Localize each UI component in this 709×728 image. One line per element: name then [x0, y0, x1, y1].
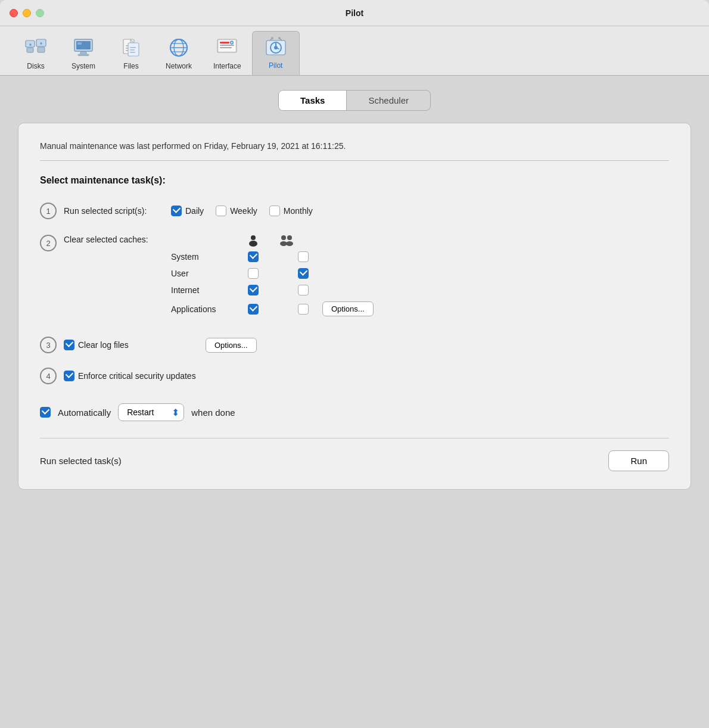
- files-icon: [119, 36, 143, 60]
- window-controls: [10, 9, 44, 17]
- interface-icon: [215, 36, 239, 60]
- apps-system-checkbox[interactable]: [248, 304, 259, 315]
- files-label: Files: [123, 62, 138, 70]
- main-content: Tasks Scheduler Manual maintenance was l…: [0, 76, 709, 728]
- logfiles-options-button[interactable]: Options...: [206, 338, 257, 353]
- svg-point-46: [287, 235, 292, 240]
- security-checkbox[interactable]: [64, 371, 74, 381]
- applications-cache-row: Applications Options...: [171, 301, 669, 316]
- toolbar-item-interface[interactable]: Interface: [203, 32, 252, 75]
- svg-point-44: [281, 235, 286, 240]
- tab-group: Tasks Scheduler: [278, 90, 431, 111]
- monthly-checkbox[interactable]: [269, 206, 280, 216]
- step2-circle: 2: [40, 235, 57, 251]
- network-label: Network: [166, 62, 192, 70]
- toolbar-item-pilot[interactable]: Pilot: [252, 31, 300, 75]
- internet-cache-row: Internet: [171, 285, 669, 295]
- svg-point-4: [29, 43, 32, 46]
- system-cache-checkboxes: [242, 251, 314, 262]
- user-system-checkbox[interactable]: [248, 268, 259, 279]
- weekly-checkbox[interactable]: [216, 206, 226, 216]
- logfiles-checkbox[interactable]: [64, 340, 74, 350]
- person-icon: [246, 234, 260, 248]
- maintenance-info: Manual maintenance was last performed on…: [40, 141, 669, 151]
- window-title: Pilot: [346, 8, 363, 18]
- group-icon: [278, 234, 296, 248]
- title-bar: Pilot: [0, 0, 709, 26]
- step3-circle: 3: [40, 337, 57, 353]
- restart-select[interactable]: Restart Shutdown Sleep Logout Nothing: [118, 403, 184, 421]
- svg-rect-28: [220, 45, 234, 46]
- task2-label: Clear selected caches:: [64, 234, 171, 244]
- system-cache-row: System: [171, 251, 669, 262]
- interface-label: Interface: [213, 62, 241, 70]
- toolbar-item-network[interactable]: Network: [155, 32, 203, 75]
- apps-user-checkbox[interactable]: [298, 304, 309, 315]
- system-label: System: [71, 62, 95, 70]
- pilot-label: Pilot: [269, 61, 282, 70]
- svg-rect-3: [38, 47, 45, 52]
- auto-checkbox[interactable]: [40, 407, 51, 418]
- weekly-group: Weekly: [216, 206, 257, 216]
- task3-row: 3 Clear log files Options...: [40, 337, 669, 353]
- minimize-button[interactable]: [23, 9, 31, 17]
- tab-bar: Tasks Scheduler: [18, 90, 691, 111]
- user-cache-label: User: [171, 269, 242, 278]
- internet-user-checkbox[interactable]: [298, 285, 309, 295]
- when-done-label: when done: [191, 407, 235, 418]
- toolbar-item-files[interactable]: Files: [107, 32, 155, 75]
- close-button[interactable]: [10, 9, 18, 17]
- user-icon-col: [242, 234, 264, 248]
- task2-row: 2 Clear selected caches:: [40, 234, 669, 322]
- section-title: Select maintenance task(s):: [40, 175, 669, 186]
- restart-select-wrapper: Restart Shutdown Sleep Logout Nothing ⬍: [118, 403, 184, 421]
- task4-checkbox-group: Enforce critical security updates: [64, 371, 196, 381]
- step4-circle: 4: [40, 368, 57, 384]
- task3-label: Clear log files: [78, 340, 185, 350]
- svg-point-41: [278, 37, 281, 39]
- step1-circle: 1: [40, 203, 57, 219]
- task1-row: 1 Run selected script(s): Daily Weekly M…: [40, 203, 669, 219]
- user-user-checkbox[interactable]: [298, 268, 309, 279]
- daily-group: Daily: [171, 206, 204, 216]
- svg-rect-27: [220, 42, 229, 43]
- weekly-label: Weekly: [230, 206, 257, 216]
- run-label: Run selected task(s): [40, 456, 122, 466]
- svg-point-5: [40, 42, 42, 45]
- svg-rect-29: [220, 47, 232, 48]
- toolbar: Disks System: [0, 26, 709, 76]
- internet-system-checkbox[interactable]: [248, 285, 259, 295]
- tab-tasks[interactable]: Tasks: [279, 91, 347, 110]
- run-row: Run selected task(s) Run: [40, 438, 669, 471]
- monthly-group: Monthly: [269, 206, 313, 216]
- maximize-button[interactable]: [36, 9, 44, 17]
- task1-label: Run selected script(s):: [64, 206, 171, 216]
- svg-rect-18: [130, 52, 135, 53]
- run-button[interactable]: Run: [608, 450, 669, 471]
- svg-rect-16: [130, 47, 136, 48]
- task4-row: 4 Enforce critical security updates: [40, 368, 669, 384]
- user-cache-checkboxes: [242, 268, 314, 279]
- caches-options-button[interactable]: Options...: [322, 301, 374, 316]
- toolbar-item-disks[interactable]: Disks: [12, 32, 60, 75]
- internet-cache-label: Internet: [171, 285, 242, 295]
- toolbar-item-system[interactable]: System: [60, 32, 107, 75]
- cache-icon-headers: [171, 234, 669, 248]
- group-icon-col: [276, 234, 297, 248]
- task3-checkbox-group: Clear log files: [64, 340, 185, 350]
- daily-label: Daily: [185, 206, 204, 216]
- internet-cache-checkboxes: [242, 285, 314, 295]
- daily-checkbox[interactable]: [171, 206, 182, 216]
- auto-label: Automatically: [58, 407, 111, 418]
- applications-cache-checkboxes: [242, 304, 314, 315]
- caches-block: System User: [171, 234, 669, 322]
- section-divider: [40, 160, 669, 161]
- system-cache-label: System: [171, 252, 242, 262]
- disks-icon: [24, 36, 48, 60]
- tab-scheduler[interactable]: Scheduler: [347, 91, 430, 110]
- network-icon: [167, 36, 191, 60]
- system-system-checkbox[interactable]: [248, 251, 259, 262]
- system-user-checkbox[interactable]: [298, 251, 309, 262]
- svg-rect-17: [130, 49, 135, 51]
- pilot-icon: [264, 35, 288, 59]
